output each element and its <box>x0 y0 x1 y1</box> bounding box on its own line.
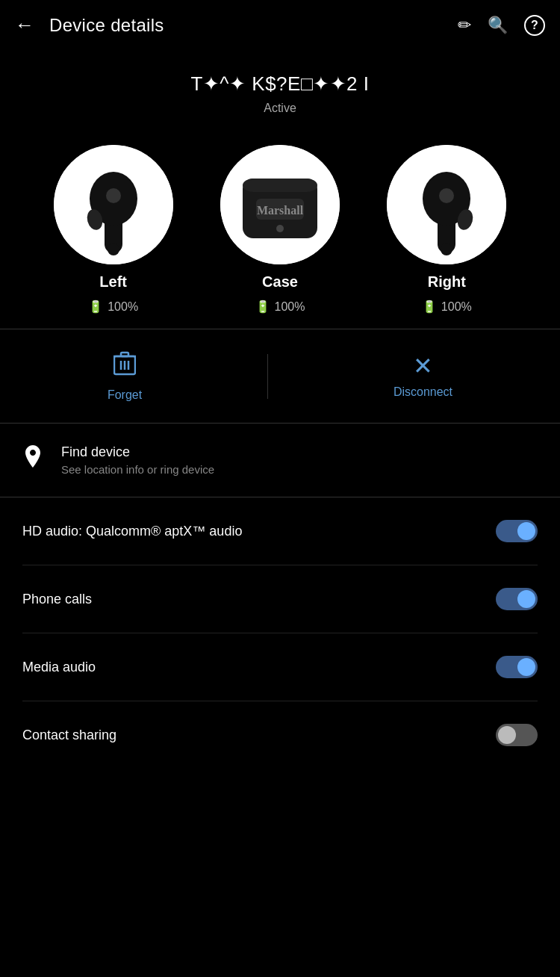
toggle-media-audio: Media audio <box>22 633 538 701</box>
earbud-right-image <box>387 145 506 264</box>
toggle-phone-calls-switch[interactable] <box>496 588 538 610</box>
toggle-contact-sharing-knob <box>498 726 516 744</box>
device-name-section: T✦^✦ K$?E□✦✦2 I Active <box>0 50 560 122</box>
actions-section: Forget ✕ Disconnect <box>0 329 560 423</box>
left-earbud-svg <box>54 145 173 264</box>
search-icon[interactable]: 🔍 <box>488 16 508 35</box>
svg-point-15 <box>439 188 454 203</box>
toggle-media-audio-knob <box>517 658 535 676</box>
toggle-contact-sharing: Contact sharing <box>22 701 538 769</box>
find-device-subtitle: See location info or ring device <box>61 463 214 476</box>
earbud-left-image <box>54 145 173 264</box>
svg-point-4 <box>108 244 119 255</box>
earbud-right: Right 🔋 100% <box>387 145 506 314</box>
toggle-contact-sharing-label: Contact sharing <box>22 728 496 743</box>
forget-label: Forget <box>108 388 142 402</box>
disconnect-icon: ✕ <box>413 354 433 378</box>
find-device-title: Find device <box>61 444 214 460</box>
right-earbud-svg <box>387 145 506 264</box>
earbud-case-battery: 🔋 100% <box>255 300 305 314</box>
svg-point-11 <box>276 225 284 232</box>
toggle-media-audio-switch[interactable] <box>496 656 538 678</box>
case-svg: Marshall <box>220 145 340 264</box>
toggle-phone-calls-label: Phone calls <box>22 592 496 607</box>
disconnect-button[interactable]: ✕ Disconnect <box>393 354 452 399</box>
svg-text:Marshall: Marshall <box>257 204 304 217</box>
earbud-right-battery: 🔋 100% <box>422 300 472 314</box>
actions-divider <box>267 354 268 399</box>
svg-point-16 <box>441 244 452 255</box>
svg-point-3 <box>106 188 121 203</box>
page-title: Device details <box>49 15 450 36</box>
find-device-section[interactable]: Find device See location info or ring de… <box>0 424 560 497</box>
header: ← Device details ✏ 🔍 ? <box>0 0 560 50</box>
toggle-section: HD audio: Qualcomm® aptX™ audio Phone ca… <box>0 497 560 769</box>
earbud-case-battery-value: 100% <box>275 300 305 314</box>
earbud-case: Marshall Case 🔋 100% <box>220 145 340 314</box>
earbud-left-battery-value: 100% <box>108 300 138 314</box>
header-actions: ✏ 🔍 ? <box>458 15 545 36</box>
earbud-left-battery: 🔋 100% <box>88 300 138 314</box>
earbud-right-battery-value: 100% <box>441 300 472 314</box>
toggle-hd-audio-knob <box>517 522 535 540</box>
toggle-hd-audio: HD audio: Qualcomm® aptX™ audio <box>22 497 538 565</box>
earbud-left-label: Left <box>99 273 127 291</box>
toggle-phone-calls: Phone calls <box>22 565 538 633</box>
location-icon <box>22 445 43 476</box>
earbud-case-label: Case <box>262 273 298 291</box>
disconnect-label: Disconnect <box>393 385 452 399</box>
toggle-hd-audio-label: HD audio: Qualcomm® aptX™ audio <box>22 524 496 539</box>
toggle-contact-sharing-switch[interactable] <box>496 724 538 746</box>
earbud-case-image: Marshall <box>220 145 340 264</box>
forget-button[interactable]: Forget <box>108 350 142 402</box>
battery-icon-left: 🔋 <box>88 300 103 314</box>
svg-rect-8 <box>243 179 317 192</box>
toggle-phone-calls-knob <box>517 590 535 608</box>
device-name: T✦^✦ K$?E□✦✦2 I <box>15 72 545 96</box>
toggle-media-audio-label: Media audio <box>22 660 496 675</box>
earbud-left: Left 🔋 100% <box>54 145 173 314</box>
edit-icon[interactable]: ✏ <box>458 16 471 35</box>
toggle-hd-audio-switch[interactable] <box>496 520 538 542</box>
back-button[interactable]: ← <box>15 13 34 37</box>
help-icon[interactable]: ? <box>524 15 545 36</box>
forget-icon <box>113 350 136 381</box>
earbud-right-label: Right <box>428 273 466 291</box>
battery-icon-right: 🔋 <box>422 300 437 314</box>
find-device-text: Find device See location info or ring de… <box>61 444 214 476</box>
battery-icon-case: 🔋 <box>255 300 270 314</box>
earbuds-section: Left 🔋 100% Marshall Case 🔋 <box>0 122 560 329</box>
device-status: Active <box>15 102 545 115</box>
